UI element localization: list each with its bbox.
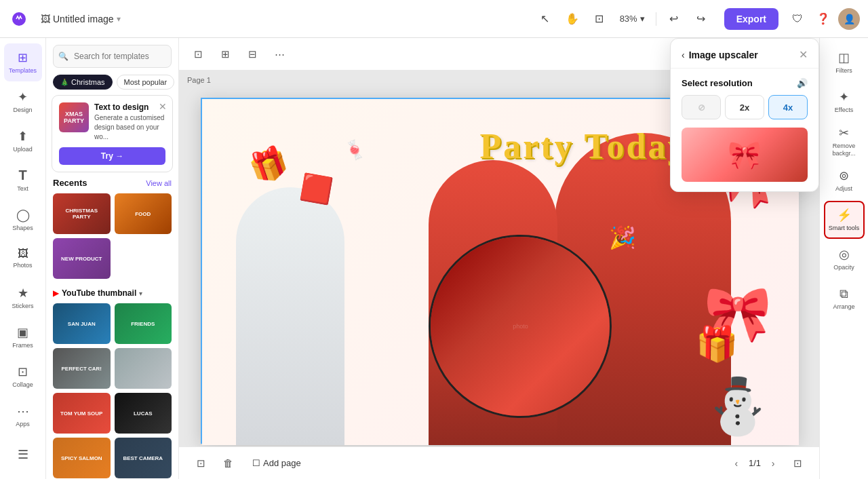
export-button[interactable]: Export: [724, 8, 778, 30]
sidebar-item-collage[interactable]: ⊡ Collage: [4, 357, 42, 395]
youtube-chevron-icon: ▾: [139, 290, 142, 297]
upscaler-title: Image upscaler: [689, 50, 758, 60]
sidebar-item-shapes[interactable]: ◯ Shapes: [4, 200, 42, 238]
left-sidebar: ⊞ Templates ✦ Design ⬆ Upload T Text ◯ S…: [0, 38, 46, 479]
right-panel-filters[interactable]: ◫ Filters: [824, 43, 865, 81]
view-all-link[interactable]: View all: [146, 179, 172, 187]
help-icon[interactable]: ❓: [812, 8, 834, 30]
zoom-level-button[interactable]: 83% ▾: [614, 7, 650, 31]
sidebar-item-frames[interactable]: ▣ Frames: [4, 318, 42, 356]
yt-thumb-soup[interactable]: TOM YUM SOUP: [53, 393, 111, 434]
select-tool-button[interactable]: ↖: [533, 7, 557, 31]
party-title-text: Party Today: [479, 126, 687, 166]
add-page-button[interactable]: ☐ Add page: [244, 454, 309, 472]
right-panel-arrange[interactable]: ⧉ Arrange: [824, 280, 865, 318]
tag-christmas[interactable]: 🎄 Christmas: [53, 75, 113, 90]
yt-thumb-friends[interactable]: FRIENDS: [115, 303, 172, 344]
sidebar-item-templates[interactable]: ⊞ Templates: [4, 43, 42, 81]
tag-most-popular[interactable]: Most popular: [117, 75, 175, 90]
stickers-icon: ★: [18, 286, 28, 301]
document-icon: 🖼: [41, 14, 50, 24]
crop-button[interactable]: ⊡: [187, 43, 209, 65]
rotation-handle[interactable]: ↻: [496, 446, 505, 446]
search-icon: 🔍: [58, 52, 68, 61]
sidebar-item-more[interactable]: ☰: [4, 436, 42, 474]
upscaler-2x-button[interactable]: 2x: [725, 95, 764, 119]
upscaler-4x-button[interactable]: 4x: [768, 95, 808, 119]
right-panel-opacity[interactable]: ◎ Opacity: [824, 240, 865, 278]
sidebar-item-photos[interactable]: 🖼 Photos: [4, 240, 42, 277]
recents-header: Recents View all: [53, 178, 172, 188]
templates-icon: ⊞: [18, 50, 28, 65]
yt-thumb-sanjuan[interactable]: SAN JUAN: [53, 303, 111, 344]
ttd-try-button[interactable]: Try →: [59, 147, 165, 165]
photos-icon: 🖼: [18, 248, 28, 260]
bottom-bar: ⊡ 🗑 ☐ Add page ‹ 1/1 › ⊡: [179, 446, 819, 479]
sidebar-item-stickers[interactable]: ★ Stickers: [4, 279, 42, 317]
flip-button[interactable]: ⊟: [241, 43, 263, 65]
frames-icon: ▣: [17, 325, 28, 340]
youtube-header[interactable]: ▶ YouTube thumbnail ▾: [53, 288, 172, 298]
page-label: Page 1: [187, 76, 211, 84]
prev-page-button[interactable]: ‹: [728, 455, 745, 472]
upscaler-back-button[interactable]: ‹ Image upscaler: [682, 50, 758, 60]
car2-label: [142, 367, 144, 370]
text-to-design-close-button[interactable]: ✕: [159, 101, 167, 112]
connect-button[interactable]: ⊞: [214, 43, 236, 65]
upload-icon: ⬆: [18, 129, 28, 144]
circle-frame: photo: [429, 235, 612, 418]
hand-tool-button[interactable]: ✋: [560, 7, 585, 31]
recent-thumbnail-product[interactable]: NEW PRODUCT: [53, 238, 111, 279]
text-to-design-banner: ✕ XMASPARTY Text to design Generate a cu…: [52, 95, 173, 172]
sidebar-item-text[interactable]: T Text: [4, 161, 42, 199]
frames-label: Frames: [12, 342, 33, 349]
topbar-right-icons: 🛡 ❓ 👤: [787, 8, 860, 30]
yt-thumb-camera[interactable]: BEST CAMERA: [115, 438, 172, 478]
right-panel-smart-tools[interactable]: ⚡ Smart tools: [824, 201, 865, 239]
frame-tool-button[interactable]: ⊡: [587, 7, 612, 31]
redo-button[interactable]: ↪: [689, 7, 713, 31]
right-panel-effects[interactable]: ✦ Effects: [824, 83, 865, 121]
right-panel-remove-bg[interactable]: ✂ Remove backgr...: [824, 122, 865, 160]
adjust-label: Adjust: [835, 185, 852, 193]
search-input[interactable]: [53, 45, 172, 68]
yt-thumb-car[interactable]: PERFECT CAR!: [53, 348, 111, 389]
sidebar-item-apps[interactable]: ⋯ Apps: [4, 396, 42, 434]
yt-thumb-salmon[interactable]: SPICY SALMON: [53, 438, 111, 478]
shapes-label: Shapes: [12, 225, 33, 231]
upscaler-none-button[interactable]: ⊘: [682, 95, 721, 119]
yt-thumb-lucas[interactable]: LUCAS: [115, 393, 172, 434]
main-layout: ⊞ Templates ✦ Design ⬆ Upload T Text ◯ S…: [0, 38, 868, 479]
page-navigation: ‹ 1/1 ›: [728, 455, 781, 472]
search-wrapper: 🔍: [53, 45, 172, 68]
undo-button[interactable]: ↩: [662, 7, 686, 31]
fullscreen-button[interactable]: ⊡: [787, 453, 808, 474]
arrange-icon: ⧉: [840, 287, 848, 301]
opacity-icon: ◎: [839, 247, 850, 262]
next-page-button[interactable]: ›: [765, 455, 781, 472]
arrange-label: Arrange: [833, 303, 854, 311]
more-options-button[interactable]: ⋯: [269, 43, 290, 65]
delete-page-button[interactable]: 🗑: [217, 453, 239, 474]
recent-thumbnail-food[interactable]: FOOD: [115, 193, 172, 234]
upscaler-close-button[interactable]: ✕: [799, 48, 808, 61]
page-counter: 1/1: [749, 458, 761, 468]
shield-icon[interactable]: 🛡: [787, 8, 808, 30]
title-chevron-icon[interactable]: ▾: [117, 14, 121, 24]
collage-icon: ⊡: [18, 364, 28, 379]
right-panel-adjust[interactable]: ⊚ Adjust: [824, 161, 865, 199]
logo-button[interactable]: [8, 8, 30, 30]
user-avatar[interactable]: 👤: [838, 8, 860, 30]
youtube-icon: ▶: [53, 288, 59, 298]
divider: [656, 12, 656, 26]
template-panel: 🔍 🎄 Christmas Most popular ✕: [46, 38, 179, 479]
sidebar-item-upload[interactable]: ⬆ Upload: [4, 122, 42, 160]
food-thumb-label: FOOD: [134, 210, 152, 218]
sidebar-item-design[interactable]: ✦ Design: [4, 83, 42, 121]
add-page-label: Add page: [263, 458, 301, 468]
recents-grid: CHRISTMASPARTY FOOD NEW PRODUCT: [53, 193, 172, 279]
recent-thumbnail-christmas[interactable]: CHRISTMASPARTY: [53, 193, 111, 234]
yt-thumb-car2[interactable]: [115, 348, 172, 389]
grid-view-button[interactable]: ⊡: [190, 453, 212, 474]
add-page-icon: ☐: [252, 458, 260, 468]
